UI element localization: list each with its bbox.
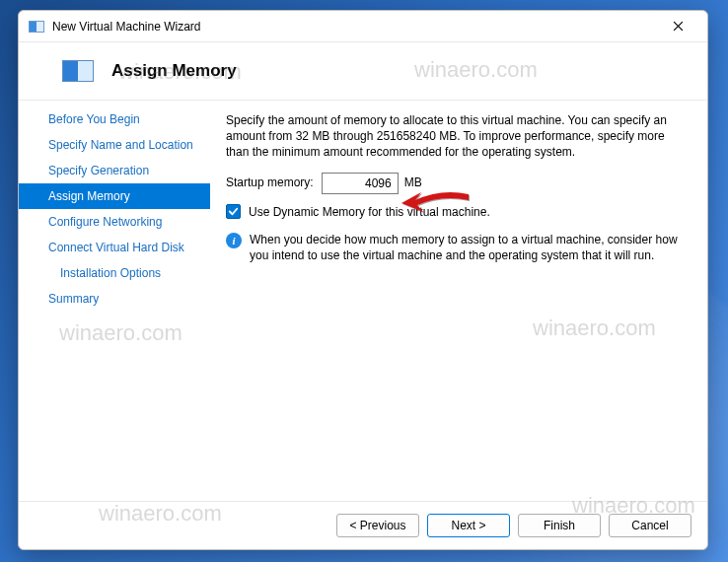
startup-memory-label: Startup memory: (226, 175, 314, 190)
sidebar-step-assign-memory[interactable]: Assign Memory (19, 183, 210, 209)
cancel-button[interactable]: Cancel (609, 514, 692, 537)
sidebar-step-specify-generation[interactable]: Specify Generation (19, 158, 210, 183)
sidebar-step-specify-name[interactable]: Specify Name and Location (19, 132, 210, 158)
window-icon (29, 21, 44, 33)
info-icon: i (226, 233, 242, 248)
info-row: i When you decide how much memory to ass… (226, 232, 688, 263)
startup-memory-row: Startup memory: MB (226, 173, 688, 194)
close-button[interactable] (656, 12, 699, 41)
startup-memory-input[interactable] (322, 173, 399, 194)
wizard-footer: < Previous Next > Finish Cancel (19, 502, 707, 549)
dynamic-memory-label: Use Dynamic Memory for this virtual mach… (249, 204, 490, 220)
sidebar-step-installation-options[interactable]: Installation Options (19, 260, 210, 286)
sidebar-step-connect-vhd[interactable]: Connect Virtual Hard Disk (19, 235, 210, 260)
info-text: When you decide how much memory to assig… (250, 232, 688, 263)
wizard-window: New Virtual Machine Wizard Assign Memory… (18, 10, 708, 550)
sidebar-step-before-you-begin[interactable]: Before You Begin (19, 106, 210, 132)
dynamic-memory-checkbox[interactable] (226, 204, 241, 219)
window-title: New Virtual Machine Wizard (52, 20, 656, 34)
header-icon (62, 60, 94, 82)
previous-button[interactable]: < Previous (336, 514, 419, 537)
sidebar-step-configure-networking[interactable]: Configure Networking (19, 209, 210, 235)
next-button[interactable]: Next > (427, 514, 510, 537)
page-title: Assign Memory (111, 61, 237, 81)
dynamic-memory-row: Use Dynamic Memory for this virtual mach… (226, 204, 688, 220)
sidebar: Before You Begin Specify Name and Locati… (19, 101, 210, 501)
titlebar: New Virtual Machine Wizard (19, 11, 707, 42)
startup-memory-unit: MB (404, 175, 422, 190)
description-text: Specify the amount of memory to allocate… (226, 112, 688, 161)
wizard-header: Assign Memory (19, 42, 707, 100)
wizard-body: Before You Begin Specify Name and Locati… (19, 100, 707, 502)
close-icon (673, 21, 684, 32)
content-pane: Specify the amount of memory to allocate… (210, 101, 707, 501)
checkmark-icon (228, 206, 239, 217)
finish-button[interactable]: Finish (518, 514, 601, 537)
sidebar-step-summary[interactable]: Summary (19, 286, 210, 312)
